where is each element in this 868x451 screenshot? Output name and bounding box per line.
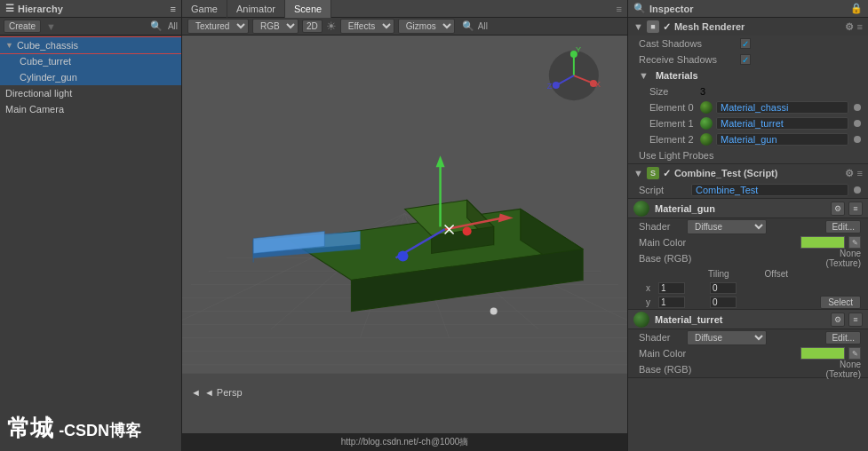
base-rgb-row-gun: Base (RGB) None (Texture) — [628, 250, 868, 266]
scene-menu-icon[interactable]: ≡ — [611, 4, 627, 14]
scene-tabs: Game Animator Scene ≡ — [182, 0, 627, 18]
shader-label-turret: Shader — [639, 332, 683, 343]
element-1-name[interactable]: Material_turret — [716, 117, 848, 130]
rgb-dropdown[interactable]: RGB — [252, 19, 299, 34]
arrow-icon: ▼ — [5, 41, 13, 50]
create-button[interactable]: Create — [4, 20, 41, 33]
tiling-x-row-gun: x 1 0 — [628, 281, 868, 295]
main-color-swatch-gun[interactable] — [800, 236, 845, 249]
script-section: ▼ S ✓ Combine_Test (Script) ⚙ ≡ Script C… — [628, 164, 868, 199]
element-0-label: Element 0 — [639, 102, 697, 113]
material-gun-sphere — [633, 201, 649, 217]
use-light-probes-row: Use Light Probes — [628, 147, 868, 163]
hierarchy-item[interactable]: Cylinder_gun — [0, 69, 181, 85]
materials-size-row: Size 3 — [628, 83, 868, 99]
none-label-turret: None — [826, 360, 861, 369]
inspector-title: Inspector — [649, 4, 694, 14]
cast-shadows-checkbox[interactable] — [740, 38, 751, 49]
material-gun-card: Material_gun ⚙ ≡ Shader Diffuse Edit... … — [628, 199, 868, 310]
watermark-line1: 常城 — [7, 415, 53, 441]
edit-btn-gun[interactable]: Edit... — [825, 220, 861, 233]
hierarchy-item[interactable]: Main Camera — [0, 101, 181, 117]
effects-dropdown[interactable]: Effects — [340, 19, 394, 34]
element-1-row: Element 1 Material_turret — [628, 115, 868, 131]
tab-scene[interactable]: Scene — [285, 0, 331, 18]
script-label: Script — [639, 185, 688, 195]
element-0-dot[interactable] — [854, 104, 861, 111]
script-value[interactable]: Combine_Test — [691, 184, 848, 196]
texture-label-turret: (Texture) — [826, 369, 861, 379]
inspector-content: ▼ ■ ✓ Mesh Renderer ⚙ ≡ Cast Shadows Rec… — [628, 18, 868, 451]
material-turret-settings-btn[interactable]: ⚙ — [831, 313, 845, 327]
cast-shadows-row: Cast Shadows — [628, 36, 868, 51]
persp-text: ◄ Persp — [204, 387, 243, 398]
script-checkbox[interactable]: ✓ — [663, 168, 671, 179]
mesh-renderer-settings-icon[interactable]: ⚙ — [845, 21, 854, 33]
inspector-panel: 🔍 Inspector 🔒 ▼ ■ ✓ Mesh Renderer ⚙ ≡ Ca… — [628, 0, 868, 451]
tiling-offset-header-gun: Tiling Offset — [628, 266, 868, 281]
element-2-name[interactable]: Material_gun — [716, 133, 848, 146]
element-1-dot[interactable] — [854, 120, 861, 127]
hierarchy-toolbar: Create ▼ 🔍 All — [0, 18, 181, 36]
watermark: 常城 -CSDN博客 — [0, 406, 181, 451]
main-color-label-gun: Main Color — [639, 237, 797, 248]
hierarchy-menu-icon[interactable]: ≡ — [171, 4, 176, 14]
tiling-x-val-gun[interactable]: 1 — [658, 282, 685, 294]
element-2-dot[interactable] — [854, 136, 861, 143]
all-label: All — [168, 21, 178, 31]
material-turret-icons: ⚙ ≡ — [831, 313, 863, 327]
inspector-icon: 🔍 — [633, 3, 646, 14]
tab-game[interactable]: Game — [182, 0, 227, 18]
element-2-circle — [700, 133, 713, 146]
material-turret-more-btn[interactable]: ≡ — [848, 313, 863, 327]
offset-x-val-gun[interactable]: 0 — [710, 282, 737, 294]
material-turret-sphere — [633, 312, 649, 328]
script-row: Script Combine_Test — [628, 182, 868, 198]
hierarchy-item[interactable]: ▼ Cube_chassis — [0, 37, 181, 53]
material-gun-settings-btn[interactable]: ⚙ — [831, 202, 845, 216]
mesh-renderer-checkbox[interactable]: ✓ — [663, 21, 671, 33]
shader-select-gun[interactable]: Diffuse — [687, 219, 767, 234]
receive-shadows-checkbox[interactable] — [740, 54, 751, 65]
2d-button[interactable]: 2D — [302, 20, 323, 33]
material-gun-more-btn[interactable]: ≡ — [848, 202, 863, 216]
mesh-renderer-header[interactable]: ▼ ■ ✓ Mesh Renderer ⚙ ≡ — [628, 18, 868, 36]
url-text: http://blog.csdn.net/-ch@1000摘 — [341, 436, 469, 448]
materials-title: Materials — [656, 70, 753, 81]
svg-text:Y: Y — [576, 45, 581, 54]
inspector-lock-icon[interactable]: 🔒 — [850, 3, 863, 14]
mesh-renderer-more-icon[interactable]: ≡ — [857, 21, 863, 32]
element-2-row: Element 2 Material_gun — [628, 131, 868, 147]
gizmos-dropdown[interactable]: Gizmos — [398, 19, 455, 34]
main-color-swatch-turret[interactable] — [800, 347, 845, 360]
script-more-icon[interactable]: ≡ — [857, 168, 863, 178]
scene-3d: X Y Z — [182, 36, 627, 374]
offset-y-val-gun[interactable]: 0 — [710, 297, 737, 308]
hierarchy-item[interactable]: Directional light — [0, 85, 181, 101]
script-dot[interactable] — [854, 186, 861, 194]
material-gun-icons: ⚙ ≡ — [831, 202, 863, 216]
sun-icon: ☀ — [326, 20, 337, 33]
script-section-header[interactable]: ▼ S ✓ Combine_Test (Script) ⚙ ≡ — [628, 164, 868, 182]
hierarchy-item[interactable]: Cube_turret — [0, 53, 181, 69]
script-settings-icon[interactable]: ⚙ — [845, 168, 854, 179]
size-label: Size — [639, 86, 697, 97]
hierarchy-icon: ☰ — [5, 3, 14, 14]
element-0-name[interactable]: Material_chassi — [716, 101, 848, 114]
select-btn-gun[interactable]: Select — [820, 296, 861, 309]
none-label-gun: None — [826, 249, 861, 258]
base-rgb-row-turret: Base (RGB) None (Texture) — [628, 361, 868, 377]
scene-panel: Game Animator Scene ≡ Textured RGB 2D ☀ … — [182, 0, 628, 451]
hierarchy-header: ☰ Hierarchy ≡ — [0, 0, 181, 18]
offset-header-gun: Offset — [765, 269, 789, 279]
scene-viewport[interactable]: X Y Z ◄ ◄ Persp http://blog.csdn.net/-ch… — [182, 36, 627, 451]
edit-btn-turret[interactable]: Edit... — [825, 331, 861, 344]
pencil-btn-gun[interactable]: ✎ — [848, 236, 861, 249]
pencil-btn-turret[interactable]: ✎ — [848, 347, 861, 360]
textured-dropdown[interactable]: Textured — [187, 19, 249, 34]
tiling-y-val-gun[interactable]: 1 — [658, 297, 685, 308]
shader-select-turret[interactable]: Diffuse — [687, 330, 767, 345]
tab-animator[interactable]: Animator — [227, 0, 285, 18]
element-1-circle — [700, 117, 713, 130]
receive-shadows-label: Receive Shadows — [639, 54, 737, 65]
